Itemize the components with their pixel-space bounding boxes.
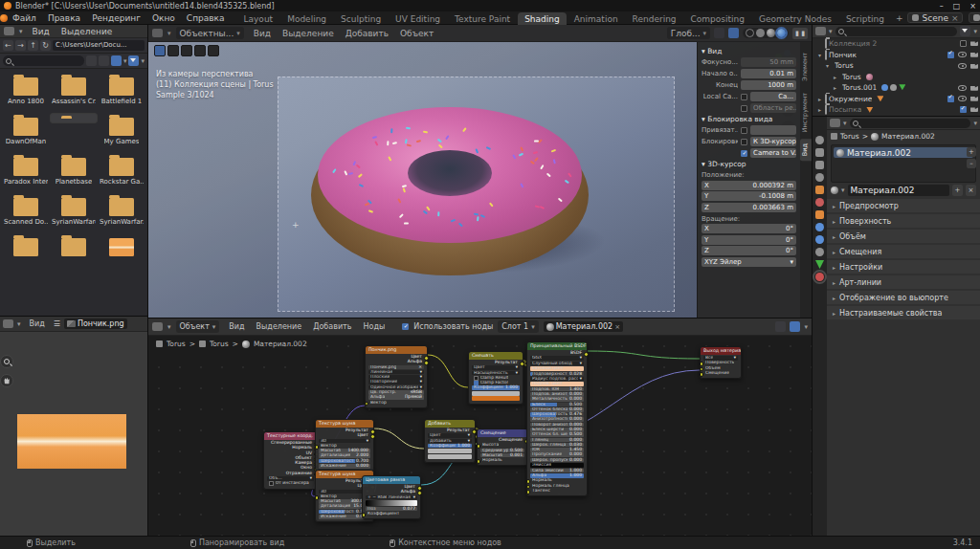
cursor-location-field[interactable]: Z0.003663 m: [702, 203, 796, 212]
material-name-field[interactable]: Материал.002: [848, 185, 949, 196]
collapsed-panel[interactable]: ▸ Арт-линии: [827, 275, 980, 289]
folder-item[interactable]: DawnOfMan: [2, 113, 50, 147]
back-button[interactable]: ←: [3, 40, 13, 51]
viewport-menu[interactable]: Вид: [249, 28, 276, 39]
shader-node[interactable]: Пончик.png Цвет Аль: [365, 345, 428, 408]
menu-item[interactable]: Справка: [182, 12, 230, 24]
value-field[interactable]: К 3D-курсору: [750, 137, 796, 146]
proportional-edit-icon[interactable]: [728, 28, 739, 38]
properties-search-input[interactable]: [850, 119, 971, 128]
expand-arrow-icon[interactable]: ▸: [832, 74, 838, 80]
node-row[interactable]: [472, 391, 520, 396]
cursor-panel-header[interactable]: ▾ 3D-курсор: [702, 160, 796, 168]
folder-item[interactable]: Battlefield 1: [98, 73, 145, 107]
node-row[interactable]: Линейная ▾: [368, 370, 424, 375]
outliner-toggle-icon[interactable]: [960, 106, 967, 113]
tool-button[interactable]: [181, 45, 192, 56]
menu-item[interactable]: Окно: [147, 12, 180, 24]
properties-tab-icon[interactable]: [815, 186, 824, 194]
outliner-toggle-icon[interactable]: [958, 52, 967, 57]
scene-selector[interactable]: Scene×: [907, 12, 963, 23]
node-row[interactable]: Нормаль: [480, 458, 524, 463]
collapsed-panel[interactable]: ▸ Смещения: [827, 245, 980, 258]
node-row[interactable]: Альфа: [366, 490, 417, 494]
node-editor-menu[interactable]: Выделение: [252, 321, 307, 332]
collapsed-panel[interactable]: ▸ Отображение во вьюпорте: [827, 291, 980, 304]
workspace-tab[interactable]: UV Editing: [389, 12, 447, 25]
editor-type-icon[interactable]: [3, 319, 13, 328]
tool-button[interactable]: [194, 45, 206, 56]
node-row[interactable]: Повторение ▾: [368, 380, 424, 384]
outliner-item-label[interactable]: Пончик: [829, 51, 857, 59]
snap-magnet-icon[interactable]: [775, 321, 786, 332]
editor-type-icon[interactable]: [4, 27, 14, 35]
node-row[interactable]: Результат: [472, 361, 520, 365]
pause-button[interactable]: ▮ ▮: [792, 28, 808, 39]
viewport-menu[interactable]: Объект: [395, 28, 438, 39]
checkbox[interactable]: [741, 105, 747, 112]
snap-magnet-icon[interactable]: [714, 28, 724, 38]
menu-item[interactable]: Рендеринг: [87, 12, 145, 24]
expand-arrow-icon[interactable]: ▾: [816, 52, 823, 58]
node-row[interactable]: Тангенс: [530, 489, 584, 494]
tool-button[interactable]: [208, 45, 219, 56]
tool-button[interactable]: [167, 45, 179, 56]
node-row[interactable]: [472, 396, 520, 401]
outliner-toggle-icon[interactable]: [958, 85, 967, 91]
filter-button[interactable]: [128, 55, 139, 66]
list-view-button[interactable]: [86, 55, 97, 66]
node-row[interactable]: + − RGB Линейная ▾: [366, 495, 417, 500]
expand-arrow-icon[interactable]: ▾: [824, 62, 831, 69]
thumbnail-view-button[interactable]: [111, 55, 122, 66]
outliner-item-label[interactable]: Посыпка: [829, 105, 861, 114]
node-row[interactable]: Искажение 0.000: [319, 464, 370, 469]
node-row[interactable]: Вектор: [368, 401, 424, 406]
node-row[interactable]: От инстансера: [267, 481, 314, 486]
path-field[interactable]: C:\Users\User\Docu...: [53, 40, 145, 51]
unlink-material-icon[interactable]: ×: [614, 323, 620, 331]
properties-tab-icon[interactable]: [815, 198, 824, 207]
folder-item[interactable]: Planetbase: [50, 153, 98, 187]
collapsed-panel[interactable]: ▸ Настраиваемые свойства: [827, 306, 980, 319]
node-row[interactable]: [428, 454, 472, 459]
properties-tab-icon[interactable]: [815, 273, 824, 281]
blender-menu-button[interactable]: [0, 12, 8, 24]
editor-type-icon[interactable]: [830, 119, 840, 127]
editor-type-icon[interactable]: [815, 27, 826, 35]
outliner-toggle-icon[interactable]: [960, 40, 967, 47]
outliner-toggle-icon[interactable]: [958, 63, 967, 69]
node-row[interactable]: Нормаль: [530, 478, 584, 483]
outliner-row[interactable]: ▾ Пончик: [813, 50, 980, 61]
image-selector[interactable]: Пончик.png: [64, 318, 127, 329]
overlays-toggle-icon[interactable]: [790, 321, 800, 332]
workspace-tab[interactable]: Compositing: [684, 12, 751, 25]
maximize-button[interactable]: □: [953, 2, 961, 11]
node-row[interactable]: BSDF: [530, 351, 584, 356]
folder-item[interactable]: Anno 1800: [2, 73, 50, 107]
node-row[interactable]: 3D ▾: [319, 439, 370, 444]
outliner-item-label[interactable]: Коллекция 2: [829, 39, 877, 48]
material-slot[interactable]: Материал.002: [834, 147, 973, 158]
checkbox[interactable]: [741, 139, 747, 145]
node-row[interactable]: Нормаль глянца: [530, 484, 584, 489]
node-row[interactable]: Результат: [428, 428, 472, 433]
folder-item[interactable]: Paradox Inter...: [2, 153, 50, 187]
expand-arrow-icon[interactable]: ▸: [816, 106, 823, 113]
outliner-toggle-icon[interactable]: [970, 106, 978, 112]
outliner-search-input[interactable]: [835, 27, 958, 36]
node-row[interactable]: Clamp Result: [472, 376, 520, 381]
node-row[interactable]: Шерох. пропускания 0.000: [530, 458, 584, 463]
image-view-menu[interactable]: Вид: [25, 318, 50, 329]
view-lock-panel-header[interactable]: ▾ Блокировка вида: [702, 115, 796, 123]
node-canvas[interactable]: Torus > Torus > Материал.002 Текстурные …: [148, 336, 812, 537]
unlink-scene-icon[interactable]: ×: [951, 13, 959, 23]
expand-arrow-icon[interactable]: ▸: [816, 96, 823, 102]
pan-button[interactable]: [0, 374, 13, 387]
properties-tab-icon[interactable]: [815, 248, 824, 256]
folder-item[interactable]: [98, 233, 145, 260]
orientation-selector[interactable]: Глоб...▾: [667, 27, 710, 39]
node-row[interactable]: Альфа: [368, 360, 424, 364]
properties-tab-icon[interactable]: [815, 136, 824, 144]
node-row[interactable]: Цвет ▾: [472, 365, 520, 370]
node-row[interactable]: Объём: [703, 366, 738, 371]
